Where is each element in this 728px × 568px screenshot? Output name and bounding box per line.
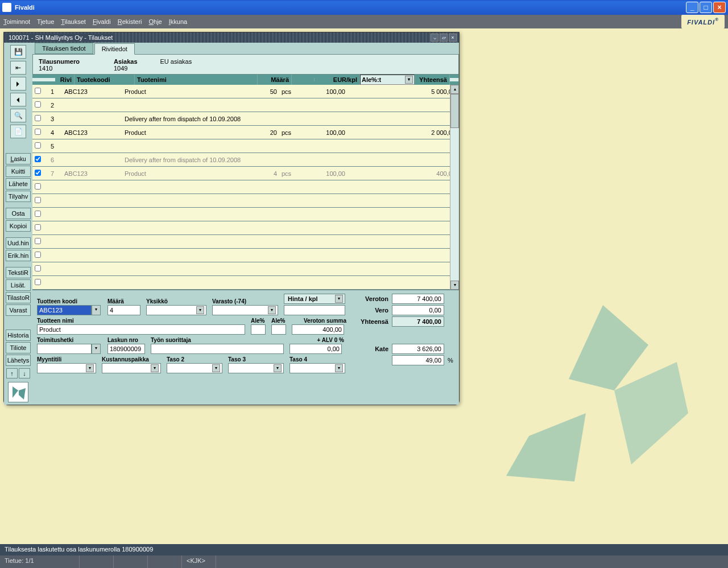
toimitushetki-lookup-icon[interactable]: ▾ — [92, 344, 101, 354]
input-alv[interactable] — [289, 344, 342, 354]
input-tuotekoodi[interactable] — [37, 305, 92, 315]
uudhin-button[interactable]: Uud.hin — [6, 237, 31, 249]
row-checkbox[interactable] — [35, 197, 41, 203]
menu-toiminnot[interactable]: Toiminnot — [3, 18, 30, 25]
input-ale1[interactable] — [251, 324, 266, 335]
input-laskunro[interactable] — [107, 344, 145, 354]
up-arrow-icon[interactable]: ↑ — [6, 368, 18, 378]
erikhin-button[interactable]: Erik.hin — [6, 250, 31, 261]
select-hintatyyppi[interactable]: Hinta / kpl▾ — [284, 294, 345, 304]
row-checkbox[interactable] — [35, 170, 41, 176]
internal-window-titlebar[interactable]: 100071 - SH Malliyritys Oy - Tilaukset ⌵… — [4, 32, 459, 43]
tuotekoodi-lookup-icon[interactable]: ▾ — [92, 305, 101, 315]
order-header: Tilausnumero 1410 Asiakas 1049 EU asiaka… — [32, 54, 459, 74]
varast-button[interactable]: Varast — [6, 304, 31, 316]
row-checkbox[interactable] — [35, 265, 41, 271]
tiliote-button[interactable]: Tiliote — [6, 342, 31, 353]
menu-tilaukset[interactable]: Tilaukset — [61, 18, 86, 25]
maximize-button[interactable]: □ — [700, 2, 712, 13]
table-row[interactable] — [32, 180, 459, 194]
menu-tietue[interactable]: Tietue — [37, 18, 54, 25]
table-row[interactable] — [32, 208, 459, 221]
table-row[interactable] — [32, 221, 459, 235]
select-yksikko[interactable]: ▾ — [146, 305, 206, 315]
tekstir-button[interactable]: TekstiR — [6, 267, 31, 278]
kopioi-button[interactable]: Kopioi — [6, 220, 31, 232]
scrollbar[interactable]: ▴ ▾ — [450, 85, 459, 290]
table-row[interactable] — [32, 262, 459, 276]
menu-ikkuna[interactable]: Ikkuna — [169, 18, 187, 25]
iwin-restore-icon[interactable]: ▱ — [440, 34, 448, 42]
row-checkbox[interactable] — [35, 183, 41, 190]
menu-rekisteri[interactable]: Rekisteri — [118, 18, 142, 25]
chevron-down-icon: ▾ — [274, 364, 282, 372]
menu-fivaldi[interactable]: Fivaldi — [93, 18, 111, 25]
tab-rivitiedot[interactable]: Rivitiedot — [94, 43, 135, 55]
historia-button[interactable]: Historia — [6, 330, 31, 341]
table-row[interactable]: 4ABC123Product20pcs100,002 000,00 — [32, 126, 459, 139]
row-checkbox[interactable] — [35, 279, 41, 285]
lahete-button[interactable]: Lähete — [6, 178, 31, 190]
close-button[interactable]: × — [713, 2, 726, 13]
table-row[interactable] — [32, 235, 459, 249]
select-taso2[interactable]: ▾ — [167, 363, 222, 373]
scroll-up-icon[interactable]: ▴ — [450, 85, 459, 94]
osta-button[interactable]: Osta — [6, 208, 31, 219]
select-kustannuspaikka[interactable]: ▾ — [102, 363, 161, 373]
input-tyonsuorittaja[interactable] — [151, 344, 284, 354]
input-maara[interactable] — [107, 305, 140, 315]
exit-icon[interactable]: ⇤ — [10, 61, 26, 75]
down-arrow-icon[interactable]: ↓ — [19, 368, 30, 378]
tilyahv-button[interactable]: Tilyahv — [6, 191, 31, 202]
select-varasto[interactable]: ▾ — [212, 305, 278, 315]
select-taso3[interactable]: ▾ — [228, 363, 284, 373]
tilastor-button[interactable]: TilastoR — [6, 292, 31, 303]
row-checkbox[interactable] — [35, 129, 41, 135]
cell-tuotekoodi: ABC123 — [62, 87, 122, 96]
row-checkbox[interactable] — [35, 211, 41, 217]
row-checkbox[interactable] — [35, 115, 41, 121]
scroll-down-icon[interactable]: ▾ — [450, 281, 459, 290]
scroll-thumb[interactable] — [450, 94, 459, 128]
table-row[interactable] — [32, 249, 459, 262]
input-tuotenimi[interactable] — [37, 324, 245, 335]
iwin-close-icon[interactable]: × — [449, 34, 457, 42]
iwin-minimize-icon[interactable]: ⌵ — [431, 34, 439, 42]
lahetys-button[interactable]: Lähetys — [6, 355, 31, 366]
menu-ohje[interactable]: Ohje — [148, 18, 162, 25]
row-checkbox[interactable] — [35, 224, 41, 231]
lasku-button[interactable]: Lasku — [6, 153, 31, 164]
search-icon[interactable]: 🔍 — [10, 109, 26, 122]
select-taso4[interactable]: ▾ — [289, 363, 345, 373]
row-checkbox[interactable] — [35, 252, 41, 258]
tab-tilauksen-tiedot[interactable]: Tilauksen tiedot — [35, 43, 93, 54]
row-checkbox[interactable] — [35, 156, 41, 162]
input-toimitushetki[interactable] — [37, 344, 92, 354]
lisat-button[interactable]: Lisät. — [6, 279, 31, 291]
col-ale-dropdown[interactable]: Ale%:t▾ — [360, 75, 415, 85]
label-alv: + ALV 0 % — [289, 337, 344, 343]
save-icon[interactable]: 💾 — [10, 45, 26, 59]
table-row[interactable]: 5 — [32, 139, 459, 153]
input-ale2[interactable] — [271, 324, 286, 335]
label-taso3: Taso 3 — [228, 356, 286, 363]
input-hinta[interactable] — [284, 305, 345, 315]
new-doc-icon[interactable]: 📄 — [10, 125, 26, 138]
row-checkbox[interactable] — [35, 238, 41, 244]
row-checkbox[interactable] — [35, 142, 41, 149]
table-row[interactable]: 2 — [32, 98, 459, 112]
input-verotonsumma[interactable] — [292, 324, 344, 335]
table-row[interactable] — [32, 276, 459, 290]
row-checkbox[interactable] — [35, 101, 41, 108]
prev-icon[interactable]: ⏴ — [10, 93, 26, 106]
table-row[interactable]: 3Delivery after from dispatch of 10.09.2… — [32, 112, 459, 126]
select-myyntitili[interactable]: ▾ — [37, 363, 96, 373]
table-row[interactable]: 1ABC123Product50pcs100,005 000,00 — [32, 85, 459, 98]
next-icon[interactable]: ⏵ — [10, 77, 26, 90]
minimize-button[interactable]: _ — [686, 2, 698, 13]
table-row[interactable]: 6Delivery after from dispatch of 10.09.2… — [32, 153, 459, 167]
table-row[interactable] — [32, 194, 459, 208]
kuitti-button[interactable]: Kuitti — [6, 166, 31, 177]
table-row[interactable]: 7ABC123Product4pcs100,00400,00 — [32, 167, 459, 180]
row-checkbox[interactable] — [35, 88, 41, 94]
